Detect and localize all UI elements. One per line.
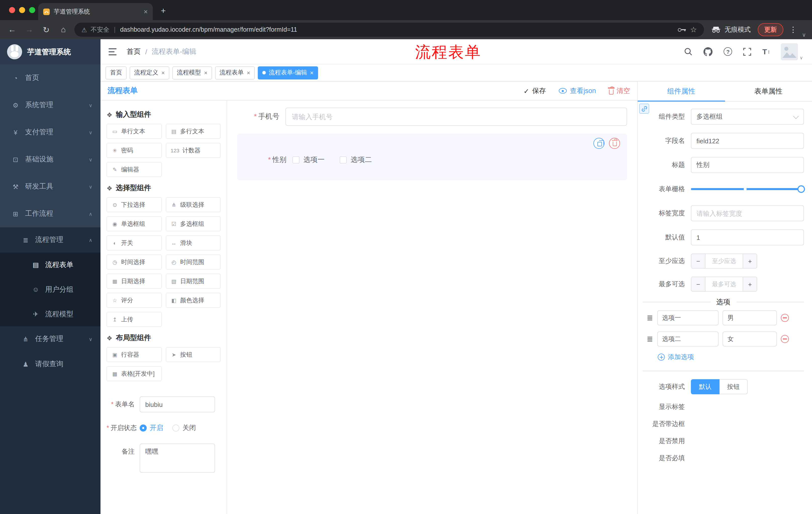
checkbox-icon[interactable] xyxy=(292,156,299,163)
grid-slider[interactable] xyxy=(691,181,804,197)
chevron-down-icon[interactable]: ∨ xyxy=(802,32,806,38)
user-avatar-wrap[interactable]: ∨ xyxy=(781,43,803,60)
back-icon[interactable]: ← xyxy=(6,25,18,34)
url-bar[interactable]: ⚠ 不安全 | dashboard.yudao.iocoder.cn/bpm/m… xyxy=(75,23,704,37)
search-icon[interactable] xyxy=(684,47,692,56)
save-button[interactable]: ✓ 保存 xyxy=(524,86,546,95)
add-option-button[interactable]: 添加选项 xyxy=(658,353,804,361)
style-button-button[interactable]: 按钮 xyxy=(720,379,748,394)
phone-field-row[interactable]: *手机号 xyxy=(237,107,627,127)
sidebar-item-workflow[interactable]: ⊞ 工作流程 ∧ xyxy=(0,200,100,227)
form-canvas[interactable]: *手机号 *性别 xyxy=(227,101,637,514)
sidebar-item-process-model[interactable]: ✈ 流程模型 xyxy=(0,302,100,326)
slider-handle[interactable] xyxy=(798,185,805,193)
palette-item-rate[interactable]: ☆ 评分 xyxy=(107,293,162,308)
palette-item-editor[interactable]: ✎ 编辑器 xyxy=(107,162,162,177)
max-select-value[interactable]: 最多可选 xyxy=(705,277,743,291)
tag-close-icon[interactable]: × xyxy=(310,70,314,76)
delete-component-button[interactable] xyxy=(609,138,620,149)
option-2-value-input[interactable] xyxy=(722,331,777,347)
option-drag-icon[interactable]: ≣ xyxy=(647,313,653,322)
tag-process-form[interactable]: 流程表单 × xyxy=(215,66,255,79)
fullscreen-icon[interactable] xyxy=(743,48,751,56)
password-key-icon[interactable] xyxy=(678,28,682,31)
palette-item-checkbox-group[interactable]: ☑ 多选框组 xyxy=(166,216,221,231)
palette-item-row-container[interactable]: ▣ 行容器 xyxy=(107,347,162,362)
font-size-icon[interactable]: T ↕ xyxy=(762,47,770,56)
option-1-value-input[interactable] xyxy=(722,310,777,325)
sidebar-item-dev-tools[interactable]: ⚒ 研发工具 ∨ xyxy=(0,173,100,200)
component-type-select[interactable]: 多选框组 xyxy=(691,109,804,125)
clear-button[interactable]: 清空 xyxy=(609,86,630,95)
checkbox-icon[interactable] xyxy=(340,156,347,163)
sidebar-item-process-form[interactable]: ▤ 流程表单 xyxy=(0,252,100,277)
copy-component-button[interactable] xyxy=(593,138,605,149)
gender-field-row[interactable]: *性别 选项一 选项二 xyxy=(244,150,620,170)
style-default-button[interactable]: 默认 xyxy=(691,379,720,394)
browser-menu-icon[interactable]: ⋮ xyxy=(789,25,797,34)
palette-item-multi-line-text[interactable]: ▤ 多行文本 xyxy=(166,124,221,139)
plus-button[interactable]: + xyxy=(743,254,757,268)
tag-process-definition[interactable]: 流程定义 × xyxy=(129,66,169,79)
sidebar-item-user-group[interactable]: ☺ 用户分组 xyxy=(0,277,100,302)
field-name-input[interactable] xyxy=(691,133,804,149)
forward-icon[interactable]: → xyxy=(23,25,35,34)
selected-component-block[interactable]: *性别 选项一 选项二 xyxy=(237,134,627,180)
tab-close-icon[interactable]: × xyxy=(144,8,148,15)
title-input[interactable] xyxy=(691,157,804,173)
reload-icon[interactable]: ↻ xyxy=(40,25,52,34)
browser-tab[interactable]: 芋道管理系统 × xyxy=(38,3,153,20)
palette-item-button[interactable]: ➤ 按钮 xyxy=(166,347,221,362)
tag-close-icon[interactable]: × xyxy=(161,70,165,76)
sidebar-item-payment[interactable]: ¥ 支付管理 ∨ xyxy=(0,119,100,146)
slider-track[interactable] xyxy=(691,188,804,190)
form-remark-textarea[interactable]: 嘿嘿 xyxy=(140,443,215,473)
view-json-button[interactable]: 查看json xyxy=(559,86,596,95)
hamburger-menu-icon[interactable] xyxy=(105,43,122,60)
bookmark-star-icon[interactable]: ☆ xyxy=(690,25,697,34)
palette-item-table[interactable]: ▩ 表格[开发中] xyxy=(107,366,162,381)
palette-item-cascader[interactable]: ⋔ 级联选择 xyxy=(166,197,221,212)
radio-closed[interactable]: 关闭 xyxy=(172,424,196,433)
palette-item-color-picker[interactable]: ◧ 颜色选择 xyxy=(166,293,221,308)
palette-item-switch[interactable]: ◐ 开关 xyxy=(107,235,162,250)
sidebar-item-leave-query[interactable]: ♟ 请假查询 xyxy=(0,352,100,377)
avatar[interactable] xyxy=(781,43,798,60)
github-icon[interactable] xyxy=(703,47,713,56)
palette-item-date-range[interactable]: ▧ 日期范围 xyxy=(166,274,221,289)
palette-item-date-picker[interactable]: ▦ 日期选择 xyxy=(107,274,162,289)
plus-button[interactable]: + xyxy=(743,277,757,291)
checkbox-option-2[interactable]: 选项二 xyxy=(340,155,372,164)
help-icon[interactable]: ? xyxy=(724,47,732,56)
palette-item-slider[interactable]: ↔ 滑块 xyxy=(166,235,221,250)
radio-open[interactable]: 开启 xyxy=(140,424,163,433)
sidebar-item-process-management[interactable]: ≣ 流程管理 ∧ xyxy=(0,227,100,252)
remove-option-icon[interactable] xyxy=(781,335,789,343)
close-window-button[interactable] xyxy=(9,7,15,13)
tag-home[interactable]: 首页 xyxy=(106,66,127,79)
option-2-label-input[interactable] xyxy=(657,331,718,347)
palette-item-select[interactable]: ⊙ 下拉选择 xyxy=(107,197,162,212)
palette-item-radio-group[interactable]: ◉ 单选框组 xyxy=(107,216,162,231)
home-icon[interactable]: ⌂ xyxy=(57,25,69,34)
palette-item-upload[interactable]: ↥ 上传 xyxy=(107,312,162,327)
new-tab-button[interactable]: + xyxy=(157,4,170,18)
option-1-label-input[interactable] xyxy=(657,310,718,325)
remove-option-icon[interactable] xyxy=(781,314,789,322)
sidebar-item-task-management[interactable]: ⋔ 任务管理 ∨ xyxy=(0,326,100,352)
palette-item-time-range[interactable]: ◴ 时间范围 xyxy=(166,254,221,270)
phone-input[interactable] xyxy=(285,108,627,126)
palette-item-single-line-text[interactable]: ▭ 单行文本 xyxy=(107,124,162,139)
checkbox-option-1[interactable]: 选项一 xyxy=(292,155,325,164)
tag-close-icon[interactable]: × xyxy=(204,70,207,76)
breadcrumb-home[interactable]: 首页 xyxy=(127,47,141,56)
palette-item-password[interactable]: ✳ 密码 xyxy=(107,143,162,158)
minus-button[interactable]: − xyxy=(691,277,705,291)
zoom-window-button[interactable] xyxy=(29,7,35,13)
label-width-input[interactable] xyxy=(691,205,804,221)
form-name-input[interactable] xyxy=(140,396,215,412)
palette-item-counter[interactable]: 123 计数器 xyxy=(166,143,221,158)
link-icon[interactable] xyxy=(639,104,649,114)
minus-button[interactable]: − xyxy=(691,254,705,268)
default-value-input[interactable] xyxy=(691,229,804,245)
